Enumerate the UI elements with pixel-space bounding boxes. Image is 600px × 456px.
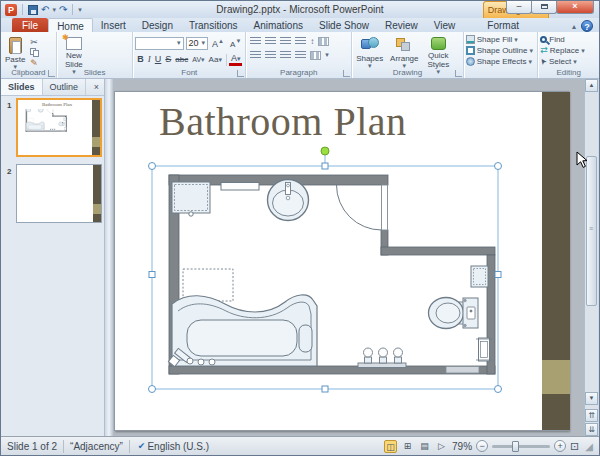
smartart-icon[interactable]: ▾ [325,52,329,58]
minimize-button[interactable]: – [506,1,532,14]
paste-clipboard-icon [9,37,22,54]
title-bar[interactable]: P ↶▾ ↷ ▾ Drawing2.pptx - Microsoft Power… [1,1,599,18]
bold-button[interactable]: B [135,53,146,66]
shape-outline-button[interactable]: Shape Outline▾ [466,45,535,56]
slide-sorter-view-button[interactable]: ⊞ [401,440,414,453]
previous-slide-button[interactable]: ⇈ [585,409,598,422]
tab-animations[interactable]: Animations [246,18,311,32]
tab-home[interactable]: Home [48,18,93,32]
redo-icon[interactable]: ↷ [59,4,67,16]
tab-transitions[interactable]: Transitions [181,18,246,32]
floorplan-drawing[interactable] [115,92,570,432]
columns-icon[interactable] [310,51,321,60]
font-dialog-launcher[interactable] [237,70,244,77]
tab-review[interactable]: Review [377,18,426,32]
zoom-slider[interactable] [492,445,550,448]
vertical-scrollbar[interactable]: ▲ ▼ ⇈ ⇊ [584,79,598,438]
save-icon[interactable] [28,5,38,15]
arrange-button[interactable]: Arrange▾ [388,34,420,70]
decrease-indent-icon[interactable] [280,37,291,46]
panel-close-icon[interactable]: × [89,79,104,95]
editing-group: Find ⇄Replace▾ ➤Select▾ Editing [538,32,599,78]
format-painter-icon[interactable]: ✎ [30,58,39,68]
shape-fill-button[interactable]: Shape Fill▾ [466,34,535,45]
tab-slides[interactable]: Slides [1,79,43,95]
text-shadow-button[interactable]: S [163,53,173,66]
undo-icon[interactable]: ↶ [41,4,49,16]
align-right-icon[interactable] [280,51,291,60]
panel-splitter[interactable] [105,79,113,438]
tab-insert[interactable]: Insert [93,18,134,32]
tab-file[interactable]: File [12,18,48,32]
font-size-value: 20 [189,38,199,48]
text-direction-icon[interactable] [318,37,329,46]
customize-qat-icon[interactable]: ▾ [78,7,82,13]
tab-format[interactable]: Format [479,18,527,32]
slideshow-view-button[interactable]: ▷ [435,440,448,453]
drawing-group: Shapes▾ Arrange▾ Quick Styles▾ Drawing [352,32,464,78]
strikethrough-button[interactable]: abc [173,53,190,66]
next-slide-button[interactable]: ⇊ [585,423,598,436]
scroll-down-button[interactable]: ▼ [585,392,598,405]
undo-dropdown-icon[interactable]: ▾ [52,7,56,13]
clipboard-dialog-launcher[interactable] [48,70,55,77]
zoom-slider-thumb[interactable] [512,441,519,452]
language-indicator[interactable]: English (U.S.) [147,441,209,452]
paragraph-dialog-launcher[interactable] [343,70,350,77]
bullets-icon[interactable] [250,37,261,46]
shape-effects-button[interactable]: Shape Effects▾ [466,56,535,67]
resize-handle-top-left [149,163,156,170]
italic-button[interactable]: I [146,53,153,66]
character-spacing-button[interactable]: AV▾ [190,53,206,66]
scroll-up-button[interactable]: ▲ [585,79,598,92]
underline-button[interactable]: U [153,53,164,66]
drawing-dialog-launcher[interactable] [455,70,462,77]
maximize-button[interactable] [531,1,557,14]
font-color-button[interactable]: A▾ [229,53,243,66]
resize-grip[interactable]: ◢ [585,441,593,452]
close-button[interactable]: × [556,1,594,14]
tab-outline[interactable]: Outline [43,79,87,95]
align-center-icon[interactable] [265,51,276,60]
change-case-button[interactable]: Aa▾ [207,53,224,66]
numbering-icon[interactable] [265,37,276,46]
line-spacing-icon[interactable]: ↕ [310,37,314,46]
replace-button[interactable]: ⇄Replace▾ [540,45,597,56]
slide-canvas[interactable]: Bathroom Plan [114,91,569,431]
slides-panel-tabs: Slides Outline × [1,79,104,96]
help-icon[interactable]: ? [581,20,593,32]
copy-icon[interactable] [30,48,39,57]
shape-fill-icon [466,35,475,44]
select-button[interactable]: ➤Select▾ [540,56,597,67]
scrollbar-thumb[interactable] [586,156,597,306]
slide-thumbnail-2[interactable] [16,164,102,223]
reading-view-button[interactable]: ▤ [418,440,431,453]
theme-name[interactable]: “Adjacency” [70,441,123,452]
justify-icon[interactable] [295,51,306,60]
font-name-combo[interactable]: ▾ [135,37,183,50]
tab-view[interactable]: View [426,18,464,32]
increase-indent-icon[interactable] [295,37,306,46]
divider [22,4,23,15]
paste-button[interactable]: Paste ▾ [3,34,27,71]
shrink-font-button[interactable]: A▼ [228,35,243,51]
collapse-ribbon-icon[interactable]: ▴ [572,22,576,31]
align-left-icon[interactable] [250,51,261,60]
thumbnail-1-floorplan [21,109,89,153]
spell-check-icon[interactable]: ✔ [138,441,146,451]
powerpoint-icon[interactable]: P [5,4,17,16]
tab-design[interactable]: Design [134,18,181,32]
normal-view-button[interactable]: ◫ [384,440,397,453]
cut-icon[interactable]: ✂ [30,37,39,47]
new-slide-label: New Slide [61,51,87,69]
grow-font-button[interactable]: A▲ [210,35,226,51]
slide-thumbnail-1[interactable]: Bathroom Plan [16,98,102,157]
tab-slide-show[interactable]: Slide Show [311,18,377,32]
fit-to-window-button[interactable]: ⊡ [570,440,579,453]
zoom-in-button[interactable]: + [554,440,566,452]
find-button[interactable]: Find [540,34,597,45]
shapes-button[interactable]: Shapes▾ [354,34,385,70]
window-controls: – × [507,1,594,14]
font-size-combo[interactable]: 20▾ [186,37,209,50]
zoom-out-button[interactable]: − [476,440,488,452]
